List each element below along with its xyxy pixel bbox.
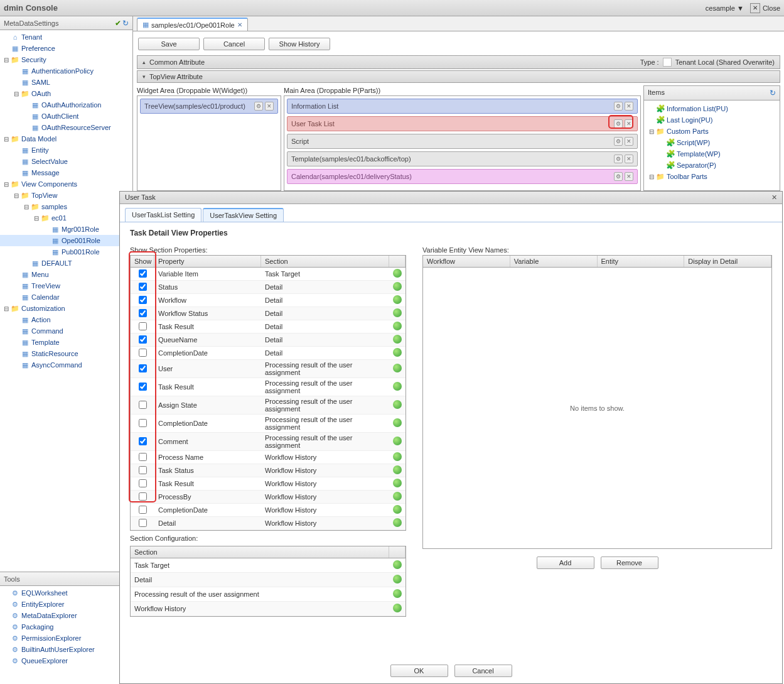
status-icon[interactable] [393,418,402,427]
toggle-icon[interactable]: ⊟ [3,181,10,188]
tree-item-calendar[interactable]: ▦Calendar [0,291,132,303]
gear-icon[interactable]: ⚙ [614,102,623,111]
tab-usertaskview[interactable]: UserTaskView Setting [203,208,284,222]
show-checkbox[interactable] [139,419,147,427]
toggle-icon[interactable]: ⊟ [3,57,10,63]
status-icon[interactable] [393,348,402,357]
tree-item-oauthauthorization[interactable]: ▦OAuthAuthorization [0,99,132,111]
status-icon[interactable] [393,604,402,612]
gear-icon[interactable]: ⚙ [614,155,623,163]
table-row[interactable]: QueueNameDetail [131,334,405,347]
tree-item-selectvalue[interactable]: ▦SelectValue [0,156,132,167]
ok-button[interactable]: OK [390,665,448,677]
item-customparts[interactable]: ⊟📁Custom Parts [645,126,778,137]
tree-item-tenant[interactable]: ⌂Tenant [0,31,132,43]
show-checkbox[interactable] [139,401,147,409]
tree-item-saml[interactable]: ▦SAML [0,77,132,88]
status-icon[interactable] [393,400,402,409]
item-lastloginpu[interactable]: 🧩Last Login(PU) [645,114,778,126]
tree-item-topview[interactable]: ⊟📁TopView [0,190,132,201]
status-icon[interactable] [393,479,402,487]
table-row[interactable]: CompletionDateDetail [131,347,405,360]
col-property[interactable]: Property [154,256,261,267]
tree-item-oauth[interactable]: ⊟📁OAuth [0,88,132,99]
tree-item-template[interactable]: ▦Template [0,337,132,348]
status-icon[interactable] [393,364,402,372]
tree-item-oauthclient[interactable]: ▦OAuthClient [0,111,132,122]
part-calendarsamplesec01deliverystatus[interactable]: Calendar(samples/ec01/deliveryStatus)⚙✕ [287,169,638,184]
tree-item-staticresource[interactable]: ▦StaticResource [0,348,132,359]
topview-attribute-bar[interactable]: ▾TopView Attribute [137,70,780,83]
tree-item-action[interactable]: ▦Action [0,314,132,325]
close-button[interactable]: ✕ Close [750,3,780,13]
show-checkbox[interactable] [139,283,147,291]
table-row[interactable]: StatusDetail [131,281,405,294]
tree-item-datamodel[interactable]: ⊟📁Data Model [0,133,132,144]
common-attribute-bar[interactable]: ▴Common Attribute Type : Tenant Local (S… [137,55,780,69]
status-icon[interactable] [393,505,402,514]
toggle-icon[interactable]: ⊟ [3,136,10,143]
status-icon[interactable] [393,308,402,317]
dialog-cancel-button[interactable]: Cancel [454,665,512,677]
tool-packaging[interactable]: ⚙Packaging [0,621,132,632]
table-row[interactable]: CompletionDateWorkflow History [131,504,405,517]
status-icon[interactable] [393,282,402,291]
item-informationlistpu[interactable]: 🧩Information List(PU) [645,103,778,114]
col-section2[interactable]: Section [131,546,389,558]
status-icon[interactable] [393,575,402,584]
tool-builtinauthuserexplorer[interactable]: ⚙BuiltinAuthUserExplorer [0,644,132,655]
cancel-button[interactable]: Cancel [203,38,265,50]
tree-item-asynccommand[interactable]: ▦AsyncCommand [0,359,132,371]
part-templatesamplesec01backofficetop[interactable]: Template(samples/ec01/backoffice/top)⚙✕ [287,151,638,166]
show-checkbox[interactable] [139,364,147,372]
item-toolbarparts[interactable]: ⊟📁Toolbar Parts [645,171,778,182]
show-checkbox[interactable] [139,296,147,304]
show-checkbox[interactable] [139,383,147,391]
tree-item-samples[interactable]: ⊟📁samples [0,201,132,212]
col-variable[interactable]: Variable [510,256,598,267]
tree-item-viewcomponents[interactable]: ⊟📁View Components [0,178,132,190]
gear-icon[interactable]: ⚙ [254,102,263,111]
tree-item-ope001role[interactable]: ▦Ope001Role [0,235,132,246]
table-row[interactable]: WorkflowDetail [131,294,405,307]
delete-icon[interactable]: ✕ [625,155,633,163]
delete-icon[interactable]: ✕ [625,172,633,181]
show-checkbox[interactable] [139,309,147,317]
table-row[interactable]: Process NameWorkflow History [131,451,405,464]
col-workflow[interactable]: Workflow [423,256,510,267]
item-separatorp[interactable]: 🧩Separator(P) [645,160,778,171]
status-icon[interactable] [393,452,402,461]
table-row[interactable]: Variable ItemTask Target [131,268,405,281]
tree-item-entity[interactable]: ▦Entity [0,144,132,156]
section-row[interactable]: Detail [131,573,405,587]
part-informationlist[interactable]: Information List⚙✕ [287,99,638,114]
delete-icon[interactable]: ✕ [265,102,274,111]
show-checkbox[interactable] [139,506,147,514]
show-checkbox[interactable] [139,492,147,501]
section-row[interactable]: Task Target [131,558,405,573]
accept-icon[interactable]: ✔ [115,19,121,28]
delete-icon[interactable]: ✕ [625,119,633,128]
table-row[interactable]: Task ResultProcessing result of the user… [131,378,405,396]
table-row[interactable]: Task StatusWorkflow History [131,464,405,477]
show-checkbox[interactable] [139,349,147,357]
col-section[interactable]: Section [261,256,389,267]
item-scriptwp[interactable]: 🧩Script(WP) [645,137,778,148]
col-show[interactable]: Show [131,256,154,267]
show-checkbox[interactable] [139,466,147,474]
toggle-icon[interactable]: ⊟ [13,90,20,97]
show-checkbox[interactable] [139,335,147,344]
add-button[interactable]: Add [537,556,594,569]
tool-entityexplorer[interactable]: ⚙EntityExplorer [0,599,132,610]
status-icon[interactable] [393,589,402,598]
tree-item-treeview[interactable]: ▦TreeView [0,280,132,291]
show-checkbox[interactable] [139,437,147,445]
col-entity[interactable]: Entity [598,256,685,267]
status-icon[interactable] [393,465,402,474]
toggle-icon[interactable]: ⊟ [23,204,30,210]
status-icon[interactable] [393,295,402,304]
tree-item-ec01[interactable]: ⊟📁ec01 [0,212,132,224]
tree-item-default[interactable]: ▦DEFAULT [0,258,132,269]
tree-item-preference[interactable]: ▦Preference [0,43,132,54]
tree-item-menu[interactable]: ▦Menu [0,269,132,280]
